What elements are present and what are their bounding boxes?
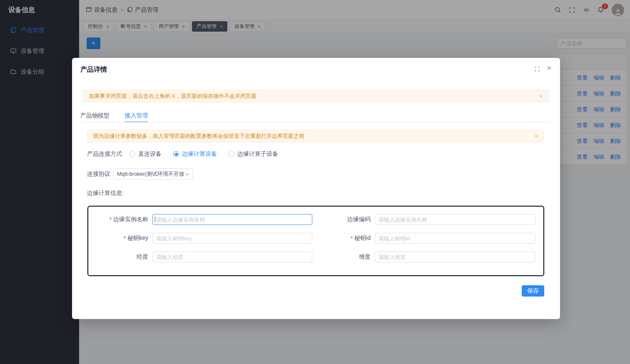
protocol-row: 连接协议 Mqtt-broker(测试环境不开放 <box>87 168 193 180</box>
protocol-selected-value: Mqtt-broker(测试环境不开放 <box>117 170 184 178</box>
close-icon[interactable]: × <box>535 133 538 140</box>
required-mark: * <box>124 235 126 242</box>
longitude-input[interactable] <box>152 252 312 262</box>
radio-label: 边缘计算子设备 <box>237 150 278 158</box>
radio-edge-computing-sub-device[interactable]: 边缘计算子设备 <box>229 150 278 158</box>
field-label: 经度 <box>137 253 148 261</box>
input-wrap <box>375 233 535 244</box>
secret-id-input[interactable] <box>375 233 535 244</box>
field-label: 维度 <box>359 253 371 261</box>
input-wrap <box>152 233 312 244</box>
connection-type-label: 产品连接方式 <box>87 150 122 158</box>
tabs-divider <box>80 122 552 122</box>
field-label: 秘钥key <box>127 234 148 242</box>
required-mark: * <box>110 216 112 223</box>
edge-instance-name-label: *边缘实例名称 <box>90 216 148 223</box>
radio-icon <box>173 151 179 157</box>
radio-direct-device[interactable]: 直连设备 <box>129 150 162 158</box>
input-wrap <box>152 214 312 225</box>
protocol-select[interactable]: Mqtt-broker(测试环境不开放 <box>113 168 193 180</box>
edge-info-label: 边缘计算信息: <box>87 189 124 197</box>
alert-text: 如果要关闭页面，请点击右上角的 X，该页面的保存操作不会关闭页面 <box>89 92 256 100</box>
connection-type-radio-group: 直连设备 边缘计算设备 边缘计算子设备 <box>129 150 278 158</box>
edge-code-input[interactable] <box>375 214 535 225</box>
product-detail-modal: 产品详情 × 如果要关闭页面，请点击右上角的 X，该页面的保存操作不会关闭页面 … <box>72 58 560 319</box>
protocol-label: 连接协议 <box>87 170 110 178</box>
longitude-label: 经度 <box>90 253 148 261</box>
close-warning-alert: 如果要关闭页面，请点击右上角的 X，该页面的保存操作不会关闭页面 × <box>83 90 549 102</box>
text-caret <box>155 217 155 222</box>
radio-edge-computing-device[interactable]: 边缘计算设备 <box>173 150 217 158</box>
secret-key-input[interactable] <box>152 233 312 244</box>
radio-label: 直连设备 <box>138 150 162 158</box>
connection-type-row: 产品连接方式 直连设备 边缘计算设备 边缘计算子设备 <box>87 150 278 158</box>
edge-fields-box: *边缘实例名称 边缘编码 *秘钥key *秘钥id 经度 维度 <box>87 206 544 276</box>
latitude-input[interactable] <box>375 252 535 262</box>
required-mark: * <box>351 235 353 242</box>
alert-text: 因为边缘计算参数较多，接入管理页面的配置参数将会保留至下次重新打开边界页面之前 <box>93 132 304 140</box>
input-wrap <box>152 252 312 262</box>
secret-id-label: *秘钥id <box>316 234 371 242</box>
maximize-icon[interactable] <box>534 66 540 73</box>
tab-access-management[interactable]: 接入管理 <box>125 112 148 122</box>
radio-icon <box>229 151 234 157</box>
radio-label: 边缘计算设备 <box>182 150 217 158</box>
radio-icon <box>129 151 135 157</box>
edge-code-label: 边缘编码 <box>316 216 371 223</box>
edge-fields-grid: *边缘实例名称 边缘编码 *秘钥key *秘钥id 经度 维度 <box>88 207 543 262</box>
tab-product-model[interactable]: 产品物模型 <box>80 112 110 122</box>
close-icon[interactable]: × <box>539 93 543 100</box>
field-label: 边缘实例名称 <box>113 216 148 223</box>
edge-params-notice-alert: 因为边缘计算参数较多，接入管理页面的配置参数将会保留至下次重新打开边界页面之前 … <box>87 130 544 142</box>
input-wrap <box>375 214 535 225</box>
secret-key-label: *秘钥key <box>90 234 148 242</box>
close-icon[interactable]: × <box>547 64 552 72</box>
chevron-down-icon <box>185 172 189 177</box>
save-button[interactable]: 保存 <box>522 285 544 297</box>
modal-title: 产品详情 <box>80 65 107 74</box>
field-label: 边缘编码 <box>347 216 371 223</box>
input-wrap <box>375 252 535 262</box>
modal-tabs: 产品物模型 接入管理 <box>80 112 148 122</box>
edge-instance-name-input[interactable] <box>152 214 312 225</box>
latitude-label: 维度 <box>316 253 371 261</box>
field-label: 秘钥id <box>354 234 371 242</box>
